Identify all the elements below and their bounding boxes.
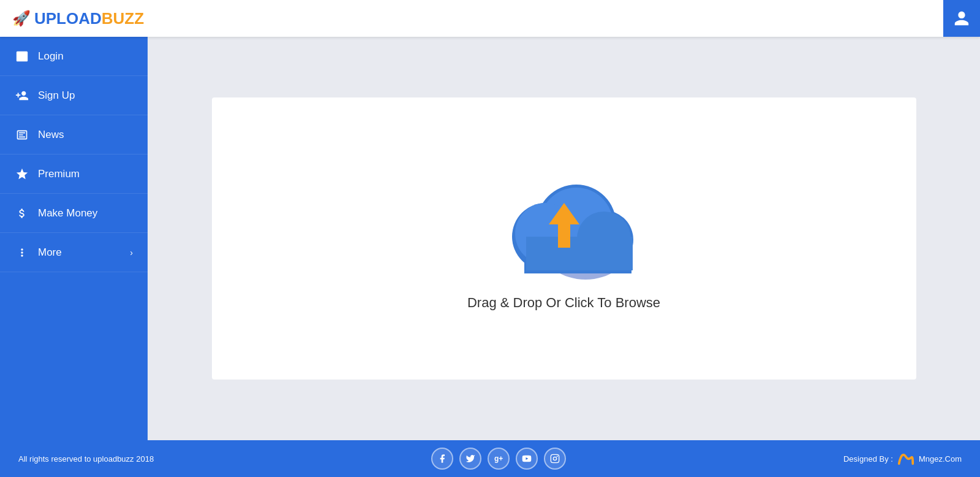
sidebar-item-more-label: More (38, 246, 62, 259)
facebook-icon (437, 454, 447, 464)
sidebar-item-make-money[interactable]: Make Money (0, 194, 148, 233)
sidebar-item-signup[interactable]: Sign Up (0, 76, 148, 115)
footer-designed-by: Designed By : Mngez.Com (843, 448, 962, 470)
twitter-link[interactable] (459, 448, 481, 470)
designed-by-label: Designed By : (843, 454, 893, 464)
svg-rect-8 (526, 237, 633, 270)
premium-icon (15, 167, 29, 181)
googleplus-link[interactable]: g+ (488, 448, 510, 470)
logo[interactable]: 🚀 UPLOAD BUZZ (12, 9, 144, 28)
sidebar-item-premium[interactable]: Premium (0, 155, 148, 194)
svg-rect-10 (558, 224, 570, 248)
sidebar-item-more[interactable]: More › (0, 233, 148, 272)
logo-rocket-icon: 🚀 (12, 10, 31, 27)
svg-point-15 (553, 457, 556, 460)
main-content: Drag & Drop Or Click To Browse (148, 37, 980, 440)
designer-name: Mngez.Com (919, 454, 962, 464)
login-icon (15, 50, 29, 63)
sidebar-item-signup-label: Sign Up (38, 90, 75, 102)
main-layout: Login Sign Up News P (0, 37, 980, 440)
footer: All rights reserved to uploadbuzz 2018 g… (0, 440, 980, 477)
signup-icon (15, 89, 29, 102)
logo-buzz-text: BUZZ (102, 9, 144, 28)
more-icon (15, 246, 29, 259)
sidebar-item-news[interactable]: News (0, 115, 148, 155)
sidebar: Login Sign Up News P (0, 37, 148, 440)
twitter-icon (466, 454, 475, 464)
money-icon (15, 207, 29, 219)
header: 🚀 UPLOAD BUZZ (0, 0, 980, 37)
chevron-right-icon: › (130, 248, 133, 258)
mngez-logo-icon (897, 448, 915, 470)
googleplus-icon: g+ (494, 454, 503, 463)
youtube-icon (522, 454, 532, 464)
svg-rect-12 (559, 223, 569, 226)
youtube-link[interactable] (516, 448, 538, 470)
svg-rect-14 (551, 454, 559, 462)
sidebar-item-make-money-label: Make Money (38, 207, 97, 219)
news-icon (15, 129, 29, 141)
sidebar-item-login[interactable]: Login (0, 37, 148, 76)
svg-point-16 (557, 456, 558, 457)
user-account-button[interactable] (943, 0, 980, 37)
facebook-link[interactable] (431, 448, 453, 470)
upload-prompt-text: Drag & Drop Or Click To Browse (467, 295, 660, 311)
cloud-upload-icon (491, 166, 638, 283)
instagram-icon (550, 454, 560, 464)
logo-upload-text: UPLOAD (34, 9, 102, 28)
copyright-text: All rights reserved to uploadbuzz 2018 (18, 454, 154, 464)
sidebar-item-news-label: News (38, 129, 64, 141)
upload-dropzone[interactable]: Drag & Drop Or Click To Browse (212, 97, 916, 380)
social-links: g+ (431, 448, 566, 470)
user-icon (953, 10, 970, 27)
sidebar-item-login-label: Login (38, 50, 64, 63)
sidebar-item-premium-label: Premium (38, 168, 80, 180)
instagram-link[interactable] (544, 448, 566, 470)
